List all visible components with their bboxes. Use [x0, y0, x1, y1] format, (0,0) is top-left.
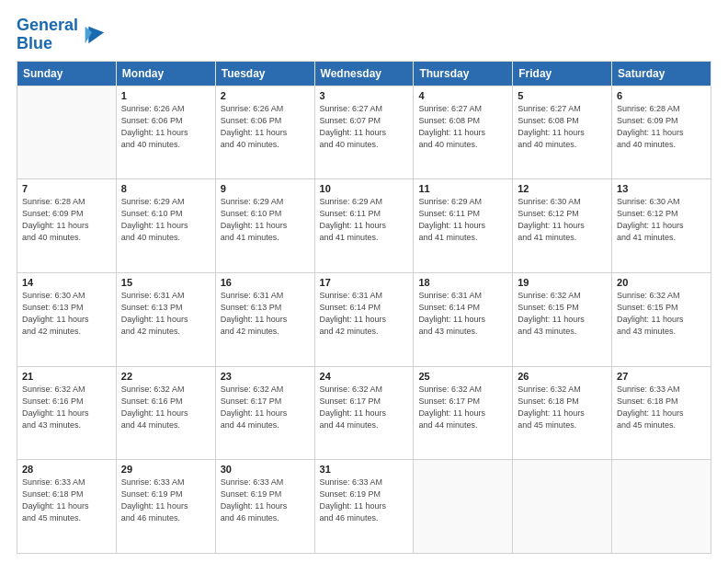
day-number: 30 [221, 464, 310, 475]
calendar-cell: 12Sunrise: 6:30 AM Sunset: 6:12 PM Dayli… [513, 179, 612, 273]
day-of-week-header: Wednesday [314, 61, 414, 86]
day-number: 20 [617, 277, 706, 288]
logo-icon [80, 22, 106, 48]
day-info: Sunrise: 6:31 AM Sunset: 6:14 PM Dayligh… [320, 290, 409, 338]
day-number: 11 [418, 183, 507, 194]
day-of-week-header: Sunday [17, 61, 117, 86]
page-header: General Blue [17, 17, 711, 53]
calendar-cell: 21Sunrise: 6:32 AM Sunset: 6:16 PM Dayli… [17, 366, 117, 460]
day-info: Sunrise: 6:31 AM Sunset: 6:13 PM Dayligh… [221, 290, 310, 338]
calendar-week-row: 14Sunrise: 6:30 AM Sunset: 6:13 PM Dayli… [17, 272, 711, 366]
day-number: 9 [221, 183, 310, 194]
calendar-cell: 15Sunrise: 6:31 AM Sunset: 6:13 PM Dayli… [116, 272, 215, 366]
calendar-week-row: 7Sunrise: 6:28 AM Sunset: 6:09 PM Daylig… [17, 179, 711, 273]
calendar-cell: 6Sunrise: 6:28 AM Sunset: 6:09 PM Daylig… [612, 86, 711, 179]
day-info: Sunrise: 6:32 AM Sunset: 6:18 PM Dayligh… [518, 384, 607, 431]
calendar-cell: 3Sunrise: 6:27 AM Sunset: 6:07 PM Daylig… [314, 86, 414, 179]
calendar-cell: 29Sunrise: 6:33 AM Sunset: 6:19 PM Dayli… [116, 460, 215, 554]
calendar-week-row: 28Sunrise: 6:33 AM Sunset: 6:18 PM Dayli… [17, 460, 711, 554]
calendar-cell: 24Sunrise: 6:32 AM Sunset: 6:17 PM Dayli… [314, 366, 414, 460]
day-number: 31 [320, 464, 409, 475]
calendar-cell [414, 460, 513, 554]
calendar-cell: 7Sunrise: 6:28 AM Sunset: 6:09 PM Daylig… [17, 179, 117, 273]
logo: General Blue [17, 17, 106, 53]
calendar-table: SundayMondayTuesdayWednesdayThursdayFrid… [17, 61, 711, 554]
day-info: Sunrise: 6:33 AM Sunset: 6:19 PM Dayligh… [320, 477, 409, 524]
calendar-cell: 26Sunrise: 6:32 AM Sunset: 6:18 PM Dayli… [513, 366, 612, 460]
day-info: Sunrise: 6:30 AM Sunset: 6:12 PM Dayligh… [518, 196, 607, 244]
day-number: 4 [418, 90, 507, 101]
calendar-cell: 4Sunrise: 6:27 AM Sunset: 6:08 PM Daylig… [414, 86, 513, 179]
day-info: Sunrise: 6:32 AM Sunset: 6:17 PM Dayligh… [320, 384, 409, 431]
day-info: Sunrise: 6:33 AM Sunset: 6:18 PM Dayligh… [617, 384, 706, 431]
calendar-cell: 25Sunrise: 6:32 AM Sunset: 6:17 PM Dayli… [414, 366, 513, 460]
day-number: 3 [320, 90, 409, 101]
day-number: 21 [22, 371, 111, 382]
calendar-week-row: 1Sunrise: 6:26 AM Sunset: 6:06 PM Daylig… [17, 86, 711, 179]
day-info: Sunrise: 6:27 AM Sunset: 6:08 PM Dayligh… [518, 103, 607, 151]
day-number: 10 [320, 183, 409, 194]
day-number: 24 [320, 371, 409, 382]
calendar-cell: 2Sunrise: 6:26 AM Sunset: 6:06 PM Daylig… [215, 86, 314, 179]
day-number: 25 [418, 371, 507, 382]
day-info: Sunrise: 6:27 AM Sunset: 6:08 PM Dayligh… [418, 103, 507, 151]
days-of-week-row: SundayMondayTuesdayWednesdayThursdayFrid… [17, 61, 711, 86]
calendar-cell: 9Sunrise: 6:29 AM Sunset: 6:10 PM Daylig… [215, 179, 314, 273]
day-number: 18 [418, 277, 507, 288]
logo-general: General [17, 16, 78, 34]
calendar-cell: 18Sunrise: 6:31 AM Sunset: 6:14 PM Dayli… [414, 272, 513, 366]
day-number: 12 [518, 183, 607, 194]
calendar-cell: 28Sunrise: 6:33 AM Sunset: 6:18 PM Dayli… [17, 460, 117, 554]
calendar-cell: 19Sunrise: 6:32 AM Sunset: 6:15 PM Dayli… [513, 272, 612, 366]
day-info: Sunrise: 6:32 AM Sunset: 6:16 PM Dayligh… [22, 384, 111, 431]
calendar-cell [17, 86, 117, 179]
day-info: Sunrise: 6:30 AM Sunset: 6:13 PM Dayligh… [22, 290, 111, 338]
logo-blue: Blue [17, 34, 52, 52]
day-number: 6 [617, 90, 706, 101]
day-number: 23 [221, 371, 310, 382]
calendar-cell: 30Sunrise: 6:33 AM Sunset: 6:19 PM Dayli… [215, 460, 314, 554]
day-number: 22 [121, 371, 210, 382]
calendar-cell: 14Sunrise: 6:30 AM Sunset: 6:13 PM Dayli… [17, 272, 117, 366]
calendar-cell: 5Sunrise: 6:27 AM Sunset: 6:08 PM Daylig… [513, 86, 612, 179]
day-info: Sunrise: 6:33 AM Sunset: 6:18 PM Dayligh… [22, 477, 111, 524]
day-info: Sunrise: 6:32 AM Sunset: 6:17 PM Dayligh… [221, 384, 310, 431]
day-of-week-header: Monday [116, 61, 215, 86]
day-of-week-header: Tuesday [215, 61, 314, 86]
day-info: Sunrise: 6:29 AM Sunset: 6:10 PM Dayligh… [121, 196, 210, 244]
day-info: Sunrise: 6:29 AM Sunset: 6:11 PM Dayligh… [320, 196, 409, 244]
day-number: 7 [22, 183, 111, 194]
day-number: 26 [518, 371, 607, 382]
day-info: Sunrise: 6:28 AM Sunset: 6:09 PM Dayligh… [22, 196, 111, 244]
calendar-cell: 10Sunrise: 6:29 AM Sunset: 6:11 PM Dayli… [314, 179, 414, 273]
day-info: Sunrise: 6:31 AM Sunset: 6:14 PM Dayligh… [418, 290, 507, 338]
calendar-cell: 1Sunrise: 6:26 AM Sunset: 6:06 PM Daylig… [116, 86, 215, 179]
day-number: 1 [121, 90, 210, 101]
day-number: 2 [221, 90, 310, 101]
logo-text: General Blue [17, 17, 78, 53]
day-info: Sunrise: 6:33 AM Sunset: 6:19 PM Dayligh… [121, 477, 210, 524]
day-number: 27 [617, 371, 706, 382]
day-info: Sunrise: 6:29 AM Sunset: 6:10 PM Dayligh… [221, 196, 310, 244]
day-of-week-header: Friday [513, 61, 612, 86]
day-info: Sunrise: 6:26 AM Sunset: 6:06 PM Dayligh… [121, 103, 210, 151]
day-info: Sunrise: 6:30 AM Sunset: 6:12 PM Dayligh… [617, 196, 706, 244]
day-info: Sunrise: 6:32 AM Sunset: 6:16 PM Dayligh… [121, 384, 210, 431]
day-info: Sunrise: 6:27 AM Sunset: 6:07 PM Dayligh… [320, 103, 409, 151]
day-info: Sunrise: 6:32 AM Sunset: 6:17 PM Dayligh… [418, 384, 507, 431]
day-number: 13 [617, 183, 706, 194]
day-number: 29 [121, 464, 210, 475]
calendar-cell: 27Sunrise: 6:33 AM Sunset: 6:18 PM Dayli… [612, 366, 711, 460]
calendar-cell: 17Sunrise: 6:31 AM Sunset: 6:14 PM Dayli… [314, 272, 414, 366]
calendar-cell: 20Sunrise: 6:32 AM Sunset: 6:15 PM Dayli… [612, 272, 711, 366]
calendar-week-row: 21Sunrise: 6:32 AM Sunset: 6:16 PM Dayli… [17, 366, 711, 460]
day-info: Sunrise: 6:32 AM Sunset: 6:15 PM Dayligh… [617, 290, 706, 338]
day-number: 8 [121, 183, 210, 194]
calendar-cell: 8Sunrise: 6:29 AM Sunset: 6:10 PM Daylig… [116, 179, 215, 273]
day-info: Sunrise: 6:28 AM Sunset: 6:09 PM Dayligh… [617, 103, 706, 151]
day-number: 28 [22, 464, 111, 475]
calendar-cell: 13Sunrise: 6:30 AM Sunset: 6:12 PM Dayli… [612, 179, 711, 273]
calendar-cell: 22Sunrise: 6:32 AM Sunset: 6:16 PM Dayli… [116, 366, 215, 460]
svg-marker-0 [88, 26, 104, 43]
day-info: Sunrise: 6:29 AM Sunset: 6:11 PM Dayligh… [418, 196, 507, 244]
